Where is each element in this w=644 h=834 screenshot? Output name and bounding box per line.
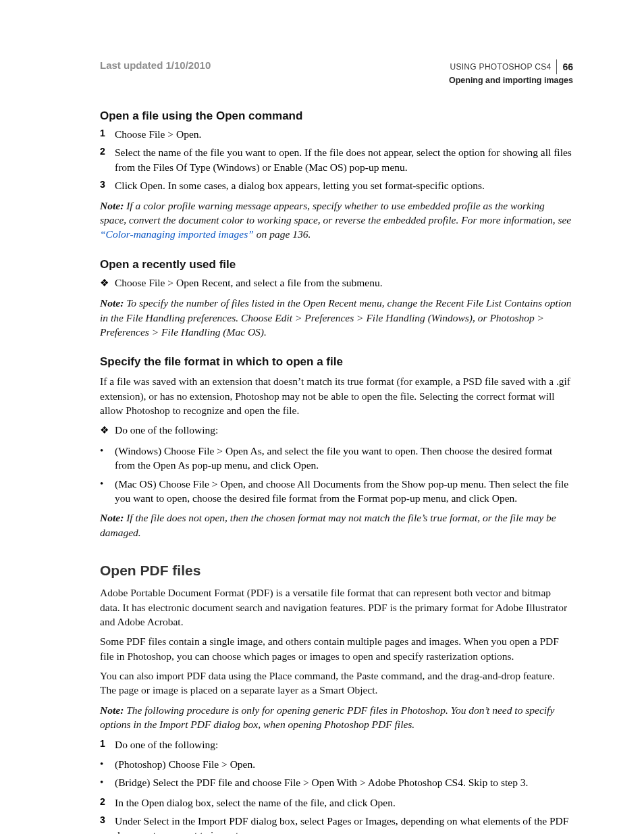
note-paragraph: Note: If a color profile warning message… xyxy=(100,199,573,242)
note-paragraph: Note: The following procedure is only fo… xyxy=(100,703,573,732)
specify-format-options: •(Windows) Choose File > Open As, and se… xyxy=(100,444,573,506)
step-number: 2 xyxy=(100,796,115,810)
bullet-icon: • xyxy=(100,775,115,789)
vertical-divider-icon xyxy=(556,59,557,74)
list-item: •(Mac OS) Choose File > Open, and choose… xyxy=(100,477,573,506)
body-paragraph: Some PDF files contain a single image, a… xyxy=(100,634,573,663)
intro-paragraph: If a file was saved with an extension th… xyxy=(100,374,573,417)
body-paragraph: You can also import PDF data using the P… xyxy=(100,669,573,698)
note-text: on page 136. xyxy=(254,228,311,240)
bullet-icon: • xyxy=(100,757,115,771)
list-item: •(Windows) Choose File > Open As, and se… xyxy=(100,444,573,473)
open-pdf-steps: 1Do one of the following: xyxy=(100,737,573,752)
step-text: Select the name of the file you want to … xyxy=(115,145,573,174)
document-page: Last updated 1/10/2010 USING PHOTOSHOP C… xyxy=(0,0,644,834)
book-title: USING PHOTOSHOP CS4 xyxy=(450,62,551,72)
specify-format-lead: ❖Do one of the following: xyxy=(100,423,573,438)
note-text: If a color profile warning message appea… xyxy=(100,200,571,226)
heading-specify-format: Specify the file format in which to open… xyxy=(100,355,573,369)
note-label: Note: xyxy=(100,704,126,716)
open-pdf-steps-cont: 2In the Open dialog box, select the name… xyxy=(100,796,573,834)
list-item: 1Do one of the following: xyxy=(100,737,573,752)
bullet-text: Choose File > Open Recent, and select a … xyxy=(115,276,573,291)
body-paragraph: Adobe Portable Document Format (PDF) is … xyxy=(100,585,573,629)
step-number: 3 xyxy=(100,814,115,834)
color-managing-link[interactable]: “Color-managing imported images” xyxy=(100,228,254,240)
open-pdf-options: •(Photoshop) Choose File > Open. •(Bridg… xyxy=(100,757,573,790)
list-item: 3Under Select in the Import PDF dialog b… xyxy=(100,814,573,834)
chapter-name: Opening and importing images xyxy=(449,76,573,85)
note-label: Note: xyxy=(100,297,126,309)
list-item: 3Click Open. In some cases, a dialog box… xyxy=(100,178,573,192)
bullet-text: Do one of the following: xyxy=(115,423,573,438)
diamond-bullet-icon: ❖ xyxy=(100,276,115,291)
diamond-bullet-icon: ❖ xyxy=(100,423,115,438)
recent-file-bullet: ❖Choose File > Open Recent, and select a… xyxy=(100,276,573,291)
bullet-text: (Bridge) Select the PDF file and choose … xyxy=(115,775,573,789)
note-paragraph: Note: If the file does not open, then th… xyxy=(100,511,573,540)
list-item: 2In the Open dialog box, select the name… xyxy=(100,796,573,810)
note-text: To specify the number of files listed in… xyxy=(100,297,572,338)
open-command-steps: 1Choose File > Open. 2Select the name of… xyxy=(100,127,573,193)
step-text: Click Open. In some cases, a dialog box … xyxy=(115,178,573,192)
bullet-text: (Windows) Choose File > Open As, and sel… xyxy=(115,444,573,473)
note-label: Note: xyxy=(100,200,126,211)
step-number: 1 xyxy=(100,127,115,141)
heading-open-pdf: Open PDF files xyxy=(100,563,573,579)
step-text: Do one of the following: xyxy=(115,737,573,752)
bullet-icon: • xyxy=(100,444,115,473)
heading-recently-used: Open a recently used file xyxy=(100,258,573,271)
page-number: 66 xyxy=(562,61,573,72)
list-item: ❖Do one of the following: xyxy=(100,423,573,438)
bullet-text: (Mac OS) Choose File > Open, and choose … xyxy=(115,477,573,506)
step-text: Under Select in the Import PDF dialog bo… xyxy=(115,814,573,834)
note-text: The following procedure is only for open… xyxy=(100,704,554,730)
heading-open-command: Open a file using the Open command xyxy=(100,109,573,123)
note-text: If the file does not open, then the chos… xyxy=(100,512,556,538)
step-number: 3 xyxy=(100,178,115,192)
list-item: •(Photoshop) Choose File > Open. xyxy=(100,757,573,771)
list-item: •(Bridge) Select the PDF file and choose… xyxy=(100,775,573,789)
note-paragraph: Note: To specify the number of files lis… xyxy=(100,296,573,339)
list-item: 2Select the name of the file you want to… xyxy=(100,145,573,174)
list-item: ❖Choose File > Open Recent, and select a… xyxy=(100,276,573,291)
bullet-icon: • xyxy=(100,477,115,506)
step-number: 2 xyxy=(100,145,115,174)
last-updated: Last updated 1/10/2010 xyxy=(100,59,211,71)
page-header: Last updated 1/10/2010 USING PHOTOSHOP C… xyxy=(100,59,573,85)
step-text: Choose File > Open. xyxy=(115,127,573,141)
bullet-text: (Photoshop) Choose File > Open. xyxy=(115,757,573,771)
step-text: In the Open dialog box, select the name … xyxy=(115,796,573,810)
header-right: USING PHOTOSHOP CS4 66 Opening and impor… xyxy=(449,59,573,85)
list-item: 1Choose File > Open. xyxy=(100,127,573,141)
page-content: Open a file using the Open command 1Choo… xyxy=(100,109,573,834)
note-label: Note: xyxy=(100,512,126,523)
step-number: 1 xyxy=(100,737,115,752)
